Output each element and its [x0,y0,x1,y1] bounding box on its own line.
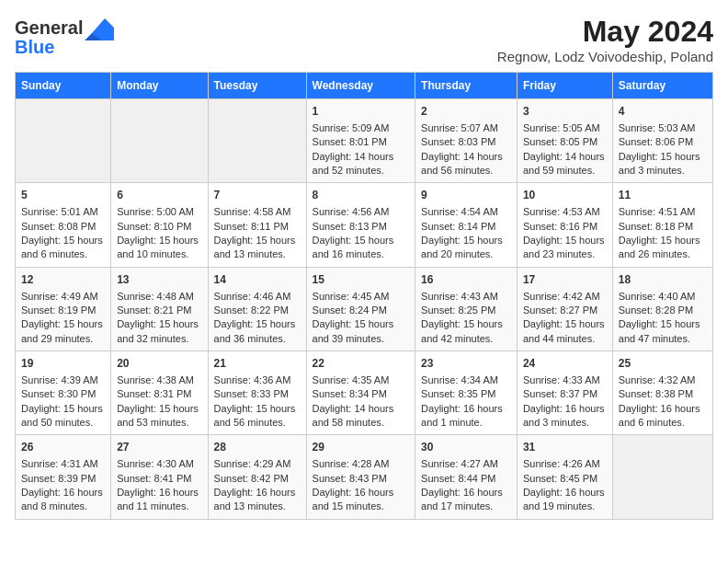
sunrise-line: Sunrise: 4:46 AM [214,290,301,304]
sunset-line: Sunset: 8:13 PM [313,220,410,234]
page-header: General Blue May 2024 Regnow, Lodz Voivo… [15,15,713,64]
calendar-cell: 10Sunrise: 4:53 AMSunset: 8:16 PMDayligh… [517,183,612,267]
calendar-cell: 23Sunrise: 4:34 AMSunset: 8:35 PMDayligh… [415,351,518,435]
day-number: 8 [313,188,410,203]
col-header-monday: Monday [111,73,208,99]
calendar-cell [111,99,208,183]
sunset-line: Sunset: 8:03 PM [421,135,511,149]
sunrise-line: Sunrise: 4:32 AM [619,373,707,387]
calendar-cell: 7Sunrise: 4:58 AMSunset: 8:11 PMDaylight… [208,183,306,267]
sunset-line: Sunset: 8:22 PM [214,304,301,317]
daylight-line: Daylight: 16 hours and 6 minutes. [619,402,707,431]
sunset-line: Sunset: 8:05 PM [523,135,607,149]
col-header-saturday: Saturday [612,73,712,99]
sunset-line: Sunset: 8:24 PM [313,304,410,317]
calendar-cell: 17Sunrise: 4:42 AMSunset: 8:27 PMDayligh… [517,267,612,350]
daylight-line: Daylight: 15 hours and 26 minutes. [619,234,707,262]
sunset-line: Sunset: 8:37 PM [523,387,607,401]
logo-general-text: General [15,17,83,39]
calendar-cell: 9Sunrise: 4:54 AMSunset: 8:14 PMDaylight… [415,183,518,267]
sunset-line: Sunset: 8:14 PM [421,220,511,234]
sunset-line: Sunset: 8:27 PM [523,304,607,317]
calendar-week-2: 5Sunrise: 5:01 AMSunset: 8:08 PMDaylight… [16,183,713,267]
calendar-cell: 25Sunrise: 4:32 AMSunset: 8:38 PMDayligh… [612,351,712,435]
daylight-line: Daylight: 15 hours and 10 minutes. [117,234,201,262]
calendar-cell [208,99,306,183]
calendar-cell: 6Sunrise: 5:00 AMSunset: 8:10 PMDaylight… [111,183,208,267]
daylight-line: Daylight: 16 hours and 17 minutes. [421,486,511,514]
calendar-cell: 4Sunrise: 5:03 AMSunset: 8:06 PMDaylight… [612,99,712,183]
title-block: May 2024 Regnow, Lodz Voivodeship, Polan… [497,15,713,64]
logo-blue-text: Blue [15,37,54,58]
sunset-line: Sunset: 8:31 PM [117,387,201,401]
sunrise-line: Sunrise: 5:00 AM [117,205,201,219]
daylight-line: Daylight: 15 hours and 53 minutes. [117,402,201,431]
daylight-line: Daylight: 14 hours and 58 minutes. [313,402,410,431]
day-number: 28 [214,440,301,455]
daylight-line: Daylight: 15 hours and 47 minutes. [619,317,707,346]
sunrise-line: Sunrise: 4:51 AM [619,205,707,219]
daylight-line: Daylight: 15 hours and 23 minutes. [523,234,607,262]
daylight-line: Daylight: 15 hours and 6 minutes. [21,234,105,262]
day-number: 4 [619,104,707,120]
sunrise-line: Sunrise: 4:54 AM [421,205,511,219]
day-number: 12 [21,272,105,288]
sunrise-line: Sunrise: 4:39 AM [21,373,105,387]
day-number: 11 [619,188,707,203]
day-number: 6 [117,188,201,203]
calendar-cell: 19Sunrise: 4:39 AMSunset: 8:30 PMDayligh… [16,351,111,435]
sunset-line: Sunset: 8:25 PM [421,304,511,317]
sunrise-line: Sunrise: 4:43 AM [421,290,511,304]
sunrise-line: Sunrise: 5:07 AM [421,121,511,135]
sunset-line: Sunset: 8:30 PM [21,387,105,401]
daylight-line: Daylight: 14 hours and 56 minutes. [421,150,511,178]
sunset-line: Sunset: 8:44 PM [421,472,511,486]
sunset-line: Sunset: 8:28 PM [619,304,707,317]
day-number: 13 [117,272,201,288]
day-number: 5 [21,188,105,203]
sunrise-line: Sunrise: 4:27 AM [421,457,511,471]
day-number: 18 [619,272,707,288]
calendar-cell: 12Sunrise: 4:49 AMSunset: 8:19 PMDayligh… [16,267,111,350]
daylight-line: Daylight: 15 hours and 44 minutes. [523,317,607,346]
calendar-cell: 2Sunrise: 5:07 AMSunset: 8:03 PMDaylight… [415,99,518,183]
col-header-thursday: Thursday [415,73,518,99]
daylight-line: Daylight: 16 hours and 13 minutes. [214,486,301,514]
logo-icon [85,15,114,40]
col-header-sunday: Sunday [16,73,111,99]
day-number: 21 [214,356,301,372]
sunset-line: Sunset: 8:33 PM [214,387,301,401]
sunset-line: Sunset: 8:16 PM [523,220,607,234]
day-number: 25 [619,356,707,372]
calendar-cell [16,99,111,183]
day-number: 9 [421,188,511,203]
calendar-cell: 18Sunrise: 4:40 AMSunset: 8:28 PMDayligh… [612,267,712,350]
sunset-line: Sunset: 8:43 PM [313,472,410,486]
day-number: 3 [523,104,607,120]
calendar-cell: 8Sunrise: 4:56 AMSunset: 8:13 PMDaylight… [306,183,415,267]
day-number: 16 [421,272,511,288]
col-header-tuesday: Tuesday [208,73,306,99]
sunrise-line: Sunrise: 4:45 AM [313,290,410,304]
sunrise-line: Sunrise: 4:48 AM [117,290,201,304]
calendar-cell: 31Sunrise: 4:26 AMSunset: 8:45 PMDayligh… [517,435,612,519]
sunrise-line: Sunrise: 4:29 AM [214,457,301,471]
calendar-cell: 24Sunrise: 4:33 AMSunset: 8:37 PMDayligh… [517,351,612,435]
daylight-line: Daylight: 15 hours and 32 minutes. [117,317,201,346]
calendar-cell: 20Sunrise: 4:38 AMSunset: 8:31 PMDayligh… [111,351,208,435]
daylight-line: Daylight: 15 hours and 13 minutes. [214,234,301,262]
calendar-cell: 30Sunrise: 4:27 AMSunset: 8:44 PMDayligh… [415,435,518,519]
daylight-line: Daylight: 15 hours and 16 minutes. [313,234,410,262]
sunset-line: Sunset: 8:39 PM [21,472,105,486]
calendar-cell: 15Sunrise: 4:45 AMSunset: 8:24 PMDayligh… [306,267,415,350]
sunrise-line: Sunrise: 4:42 AM [523,290,607,304]
day-number: 2 [421,104,511,120]
page-subtitle: Regnow, Lodz Voivodeship, Poland [497,49,713,64]
daylight-line: Daylight: 15 hours and 3 minutes. [619,150,707,178]
sunset-line: Sunset: 8:34 PM [313,387,410,401]
sunrise-line: Sunrise: 4:28 AM [313,457,410,471]
day-number: 26 [21,440,105,455]
day-number: 1 [313,104,410,120]
sunrise-line: Sunrise: 4:49 AM [21,290,105,304]
daylight-line: Daylight: 16 hours and 3 minutes. [523,402,607,431]
